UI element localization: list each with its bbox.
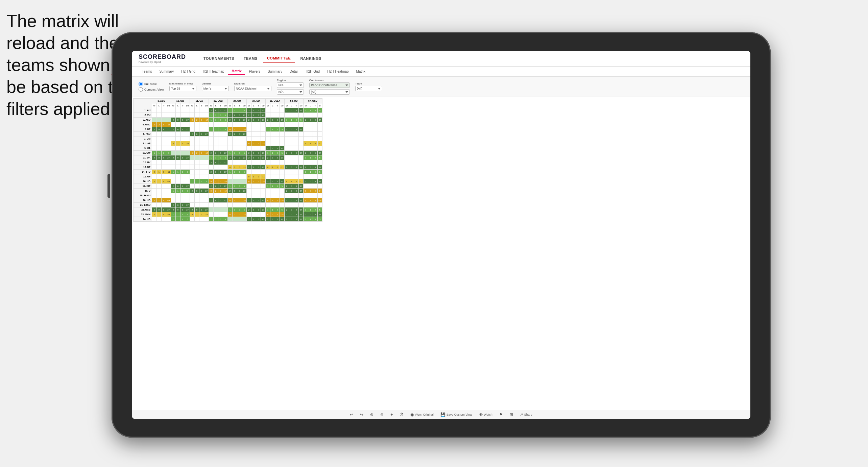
- matrix-cell: [190, 146, 195, 151]
- nav-rankings[interactable]: RANKINGS: [296, 55, 326, 62]
- matrix-cell: [233, 179, 237, 184]
- matrix-cell: [195, 146, 199, 151]
- timer-button[interactable]: ⏱: [400, 412, 404, 417]
- matrix-cell: [261, 122, 266, 127]
- subnav-summary[interactable]: Summary: [156, 68, 177, 75]
- conference-filter: Conference Pac-12 Conference (All) (All): [309, 79, 350, 95]
- matrix-cell: 0: [294, 184, 299, 189]
- redo-button[interactable]: ↪: [360, 412, 363, 417]
- matrix-cell: [318, 127, 322, 132]
- matrix-cell: [180, 193, 185, 198]
- matrix-cell: -14: [318, 189, 322, 193]
- matrix-cell: 0: [313, 198, 318, 203]
- matrix-cell: 0: [313, 179, 318, 184]
- subnav-players[interactable]: Players: [246, 68, 264, 75]
- conference-select[interactable]: Pac-12 Conference (All): [309, 82, 350, 88]
- matrix-cell: 27: [223, 170, 228, 174]
- save-custom-button[interactable]: 💾 Save Custom View: [440, 412, 472, 417]
- matrix-cell: [247, 127, 251, 132]
- team-filter: Team (All): [355, 82, 382, 91]
- nav-teams[interactable]: TEAMS: [240, 55, 262, 62]
- reset-button[interactable]: ⊕: [370, 412, 373, 417]
- sh-d9: D: [318, 103, 322, 108]
- matrix-cell: [313, 146, 318, 151]
- conference-select2[interactable]: (All): [309, 89, 350, 95]
- matrix-cell: 0: [199, 212, 204, 217]
- matrix-cell: [185, 179, 190, 184]
- region-label: Region: [277, 79, 304, 82]
- view-original-button[interactable]: ◉ View: Original: [410, 412, 433, 417]
- matrix-cell: [228, 193, 233, 198]
- matrix-cell: 0: [275, 146, 280, 151]
- matrix-cell: [166, 132, 171, 137]
- matrix-cell: [313, 160, 318, 165]
- matrix-cell: -14: [204, 118, 209, 122]
- matrix-cell: 1: [209, 127, 214, 132]
- team-select[interactable]: (All): [355, 86, 382, 91]
- matrix-cell: [176, 174, 180, 179]
- matrix-cell: 0: [294, 198, 299, 203]
- matrix-cell: [285, 160, 289, 165]
- max-teams-select[interactable]: Top 25 Top 10 Top 50 All: [169, 86, 196, 91]
- subnav-detail[interactable]: Detail: [286, 68, 302, 75]
- undo-button[interactable]: ↩: [350, 412, 353, 417]
- grid-button[interactable]: ⊞: [510, 412, 513, 417]
- matrix-cell: 2: [247, 207, 251, 212]
- matrix-cell: [237, 217, 242, 222]
- matrix-cell: -14: [280, 198, 285, 203]
- watch-button[interactable]: 👁 Watch: [479, 412, 492, 417]
- matrix-cell: [280, 203, 285, 207]
- subnav-teams[interactable]: Teams: [139, 68, 155, 75]
- matrix-cell: 0: [180, 203, 185, 207]
- subnav-summary2[interactable]: Summary: [264, 68, 286, 75]
- matrix-cell: [190, 141, 195, 146]
- share-button[interactable]: ↗ Share: [520, 412, 532, 417]
- subnav-h2h-grid[interactable]: H2H Grid: [178, 68, 199, 75]
- matrix-cell: 2: [157, 198, 162, 203]
- region-select[interactable]: N/A (All): [277, 82, 304, 88]
- matrix-cell: 27: [223, 108, 228, 113]
- matrix-cell: [195, 203, 199, 207]
- matrix-cell: [204, 108, 209, 113]
- subnav-matrix[interactable]: Matrix: [228, 68, 245, 75]
- matrix-cell: [209, 141, 214, 146]
- matrix-cell: 5: [299, 118, 304, 122]
- flag-button[interactable]: ⚑: [499, 412, 503, 417]
- subnav-matrix2[interactable]: Matrix: [353, 68, 369, 75]
- matrix-cell: 2: [304, 165, 308, 170]
- zoom-out-button[interactable]: ⊖: [380, 412, 384, 417]
- matrix-cell: 0: [251, 207, 256, 212]
- sh-l9: L: [308, 103, 313, 108]
- subnav-h2h-heatmap[interactable]: H2H Heatmap: [199, 68, 227, 75]
- subnav-h2h-heatmap2[interactable]: H2H Heatmap: [324, 68, 352, 75]
- matrix-cell: [285, 137, 289, 141]
- nav-tournaments[interactable]: TOURNAMENTS: [199, 55, 238, 62]
- matrix-cell: 27: [299, 198, 304, 203]
- matrix-cell: 5: [280, 127, 285, 132]
- matrix-cell: [280, 160, 285, 165]
- matrix-cell: [166, 146, 171, 151]
- division-select[interactable]: NCAA Division I NCAA Division II NCAA Di…: [234, 86, 271, 91]
- nav-committee[interactable]: COMMITTEE: [263, 54, 295, 63]
- matrix-cell: 0: [228, 165, 233, 170]
- subnav-h2h-grid2[interactable]: H2H Grid: [302, 68, 323, 75]
- compact-view-radio[interactable]: Compact View: [139, 87, 164, 92]
- matrix-cell: [171, 179, 176, 184]
- matrix-cell: 2: [285, 108, 289, 113]
- matrix-cell: 1: [195, 212, 199, 217]
- matrix-cell: [218, 174, 223, 179]
- matrix-cell: 1: [266, 207, 270, 212]
- matrix-cell: 0: [294, 217, 299, 222]
- matrix-cell: [304, 160, 308, 165]
- matrix-cell: [218, 132, 223, 137]
- matrix-cell: 27: [299, 184, 304, 189]
- gender-select[interactable]: Men's Women's: [202, 86, 229, 91]
- matrix-cell: [204, 184, 209, 189]
- matrix-cell: 0: [152, 122, 157, 127]
- add-button[interactable]: +: [390, 412, 393, 417]
- full-view-radio[interactable]: Full View: [139, 82, 164, 86]
- matrix-cell: [176, 137, 180, 141]
- matrix-cell: 0: [251, 217, 256, 222]
- matrix-cell: 0: [294, 179, 299, 184]
- region-select2[interactable]: N/A (All): [277, 89, 304, 95]
